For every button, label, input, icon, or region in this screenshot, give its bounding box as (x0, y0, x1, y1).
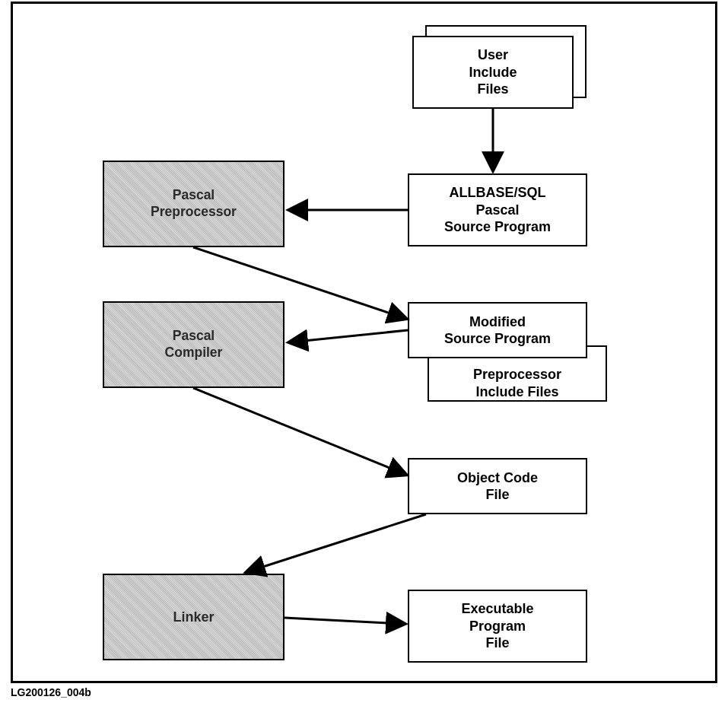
text-line: ALLBASE/SQL (449, 184, 545, 202)
text-line: Source Program (444, 330, 551, 348)
pascal-preprocessor: Pascal Preprocessor (103, 161, 285, 247)
figure-caption: LG200126_004b (11, 686, 91, 698)
diagram-page: User Include Files ALLBASE/SQL Pascal So… (0, 0, 728, 706)
text-line: File (485, 634, 509, 652)
text-line: Include Files (475, 383, 558, 401)
text-line: Source Program (444, 218, 551, 236)
linker: Linker (103, 574, 285, 660)
text-line: Program (469, 618, 526, 635)
text-line: Executable (461, 600, 533, 618)
text-line: Object Code (457, 469, 538, 487)
text-line: Preprocessor (151, 204, 237, 221)
object-code-file: Object Code File (408, 458, 587, 514)
pascal-compiler: Pascal Compiler (103, 301, 285, 388)
user-include-files: User Include Files (412, 36, 574, 109)
text-line: Files (477, 81, 508, 98)
text-line: Pascal (173, 328, 215, 345)
text-line: Linker (173, 609, 214, 626)
text-line: Compiler (165, 345, 223, 361)
executable-program-file: Executable Program File (408, 590, 587, 663)
text-line: User (478, 46, 508, 64)
text-line: File (485, 486, 509, 504)
text-line: Include (469, 64, 517, 81)
text-line: Modified (469, 313, 526, 331)
text-line: Pascal (173, 187, 215, 204)
modified-source-program: Modified Source Program (408, 302, 587, 358)
allbase-source-program: ALLBASE/SQL Pascal Source Program (408, 173, 587, 246)
text-line: Pascal (475, 202, 519, 219)
text-line: Preprocessor (473, 366, 561, 383)
